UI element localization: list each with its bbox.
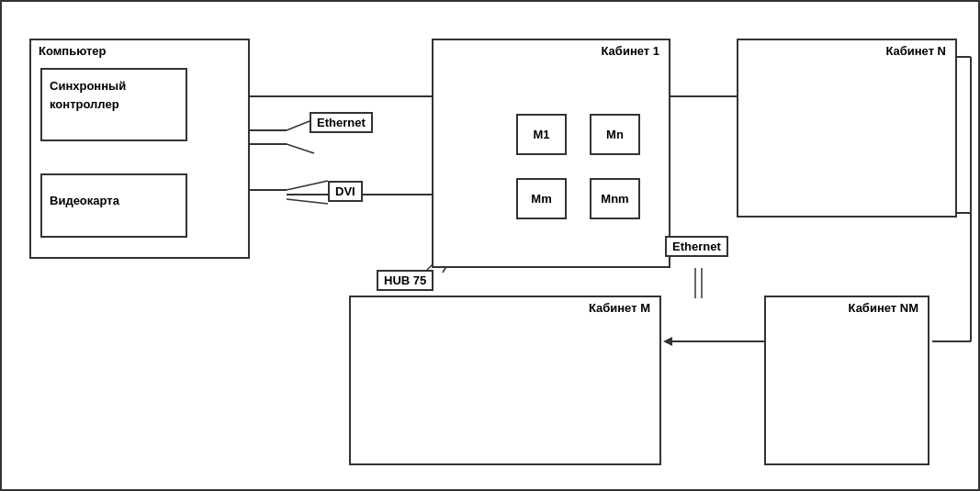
svg-line-9 — [287, 199, 328, 204]
m1-label: M1 — [533, 128, 549, 141]
computer-box: Компьютер Синхронный контроллер Видеокар… — [29, 39, 250, 259]
ethernet1-tag: Ethernet — [310, 112, 373, 133]
hub75-tag: HUB 75 — [377, 270, 434, 291]
mm-box: Mm — [516, 178, 567, 219]
hub75-label: HUB 75 — [384, 273, 426, 287]
mm-label: Mm — [531, 192, 551, 206]
mnm-label: Mnm — [601, 192, 628, 206]
mnm-box: Mnm — [590, 178, 640, 219]
svg-line-8 — [287, 181, 328, 190]
sync-label-line1: Синхронный — [50, 79, 126, 93]
mn-label: Mn — [606, 128, 624, 141]
cabinet1-box: Кабинет 1 M1 Mn Mm Mnm — [432, 39, 670, 268]
ethernet2-tag: Ethernet — [665, 236, 728, 257]
m1-box: M1 — [516, 114, 567, 155]
video-label: Видеокарта — [50, 194, 119, 207]
sync-controller-box: Синхронный контроллер — [40, 68, 187, 141]
cabinetN-box: Кабинет N — [737, 39, 957, 218]
computer-label: Компьютер — [39, 44, 106, 58]
dvi-tag: DVI — [328, 181, 363, 202]
ethernet1-label: Ethernet — [317, 116, 366, 129]
ethernet2-label: Ethernet — [672, 240, 721, 253]
cabinetN-label: Кабинет N — [885, 44, 946, 58]
cabinetNM-box: Кабинет NM — [764, 296, 929, 465]
diagram-canvas: Компьютер Синхронный контроллер Видеокар… — [0, 0, 980, 491]
dvi-label: DVI — [335, 184, 355, 198]
cabinetNM-label: Кабинет NM — [849, 301, 918, 315]
cabinet1-label: Кабинет 1 — [602, 44, 659, 58]
sync-label-line2: контроллер — [50, 97, 119, 111]
cabinetM-box: Кабинет M — [349, 296, 661, 465]
svg-line-6 — [287, 144, 314, 153]
cabinetM-label: Кабинет M — [589, 301, 650, 315]
mn-box: Mn — [590, 114, 640, 155]
svg-marker-27 — [663, 337, 672, 346]
video-card-box: Видеокарта — [40, 173, 187, 238]
